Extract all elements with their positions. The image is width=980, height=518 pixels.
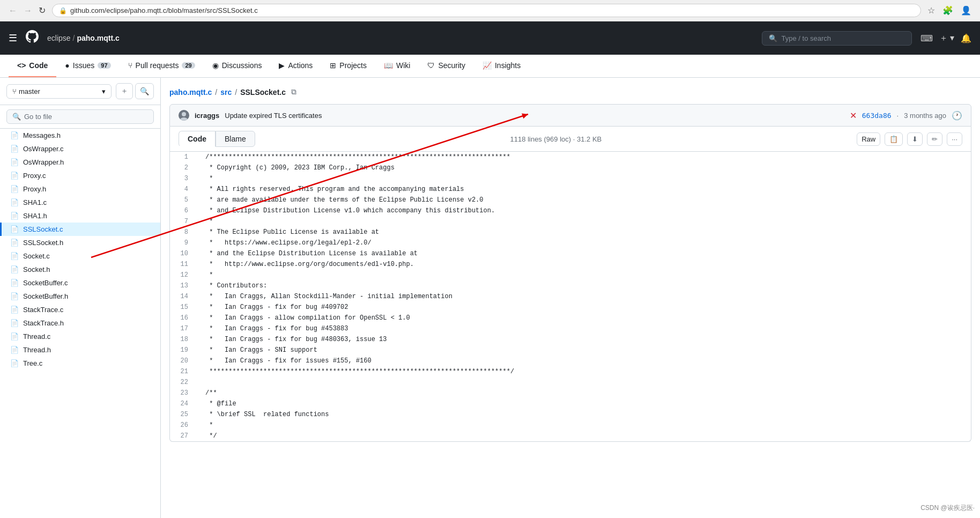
file-item[interactable]: 📄Tree.c xyxy=(0,357,160,370)
code-line[interactable]: 23/** xyxy=(170,388,971,398)
branch-bar: ⑂ master ▾ ＋ 🔍 xyxy=(0,78,160,105)
file-item[interactable]: 📄Socket.c xyxy=(0,249,160,263)
file-item[interactable]: 📄Proxy.h xyxy=(0,182,160,196)
breadcrumb-folder[interactable]: src xyxy=(220,88,232,97)
file-item[interactable]: 📄Thread.h xyxy=(0,343,160,357)
line-content: /***************************************… xyxy=(197,152,519,162)
add-file-button[interactable]: ＋ xyxy=(116,83,133,99)
code-line[interactable]: 8 * The Eclipse Public License is availa… xyxy=(170,227,971,238)
file-list: 📄Messages.h📄OsWrapper.c📄OsWrapper.h📄Prox… xyxy=(0,129,160,518)
raw-button[interactable]: Raw xyxy=(857,132,880,146)
code-line[interactable]: 19 * Ian Craggs - SNI support xyxy=(170,345,971,356)
repo-name[interactable]: paho.mqtt.c xyxy=(77,34,119,42)
file-item[interactable]: 📄SHA1.h xyxy=(0,209,160,223)
hamburger-menu[interactable]: ☰ xyxy=(9,32,17,44)
code-line[interactable]: 17 * Ian Craggs - fix for bug #453883 xyxy=(170,323,971,334)
commit-hash[interactable]: 663da86 xyxy=(862,112,892,120)
file-item[interactable]: 📄Socket.h xyxy=(0,263,160,276)
file-item[interactable]: 📄SocketBuffer.h xyxy=(0,290,160,303)
nav-security[interactable]: 🛡 Security xyxy=(419,55,474,77)
profile-icon[interactable]: 👤 xyxy=(959,3,974,18)
code-line[interactable]: 10 * and the Eclipse Distribution Licens… xyxy=(170,248,971,259)
code-line[interactable]: 26 * xyxy=(170,420,971,431)
line-content: * xyxy=(197,420,221,431)
commit-history-button[interactable]: 🕐 xyxy=(952,110,962,121)
code-line[interactable]: 27 */ xyxy=(170,431,971,441)
line-content: * The Eclipse Public License is availabl… xyxy=(197,227,388,238)
line-content: * Ian Craggs - fix for bug #480363, issu… xyxy=(197,334,395,345)
go-to-file-input[interactable]: 🔍 Go to file xyxy=(6,109,154,124)
file-item[interactable]: 📄StackTrace.h xyxy=(0,316,160,330)
code-line[interactable]: 12 * xyxy=(170,270,971,280)
code-line[interactable]: 7 * xyxy=(170,216,971,227)
code-line[interactable]: 24 * @file xyxy=(170,398,971,409)
file-item[interactable]: 📄SocketBuffer.c xyxy=(0,276,160,290)
download-button[interactable]: ⬇ xyxy=(907,132,923,146)
reload-button[interactable]: ↻ xyxy=(36,3,48,18)
watermark: CSDN @诶疾忌医· xyxy=(920,504,975,513)
forward-button[interactable]: → xyxy=(21,3,34,18)
nav-insights[interactable]: 📈 Insights xyxy=(474,55,529,77)
code-line[interactable]: 20 * Ian Craggs - fix for issues #155, #… xyxy=(170,356,971,366)
code-line[interactable]: 14 * Ian Craggs, Allan Stockdill-Mander … xyxy=(170,291,971,302)
commit-close-button[interactable]: ✕ xyxy=(850,110,857,121)
edit-button[interactable]: ✏ xyxy=(927,132,942,146)
code-line[interactable]: 3 * xyxy=(170,173,971,184)
nav-actions[interactable]: ▶ Actions xyxy=(270,55,321,77)
nav-discussions[interactable]: ◉ Discussions xyxy=(204,55,271,77)
breadcrumb-repo[interactable]: paho.mqtt.c xyxy=(169,88,212,97)
copy-path-button[interactable]: ⧉ xyxy=(289,86,299,98)
file-item[interactable]: 📄SSLSocket.c xyxy=(0,223,160,236)
tab-code[interactable]: Code xyxy=(179,131,216,147)
commit-author[interactable]: icraggs xyxy=(195,112,219,120)
branch-name: master xyxy=(19,87,40,95)
search-bar[interactable]: 🔍 Type / to search xyxy=(762,31,912,46)
tab-blame[interactable]: Blame xyxy=(216,131,255,147)
file-item[interactable]: 📄Messages.h xyxy=(0,129,160,142)
address-bar[interactable]: 🔒 github.com/eclipse/paho.mqtt.c/blob/ma… xyxy=(52,4,921,17)
nav-code[interactable]: <> Code xyxy=(9,55,56,77)
nav-projects[interactable]: ⊞ Projects xyxy=(321,55,375,77)
code-line[interactable]: 9 * https://www.eclipse.org/legal/epl-2.… xyxy=(170,238,971,248)
line-number: 11 xyxy=(170,259,197,270)
back-button[interactable]: ← xyxy=(6,3,19,18)
github-logo[interactable] xyxy=(26,30,39,46)
extension-icon[interactable]: 🧩 xyxy=(940,3,955,18)
code-line[interactable]: 1/**************************************… xyxy=(170,152,971,162)
code-line[interactable]: 11 * http://www.eclipse.org/org/document… xyxy=(170,259,971,270)
branch-selector[interactable]: ⑂ master ▾ xyxy=(6,84,112,99)
file-item[interactable]: 📄Proxy.c xyxy=(0,169,160,182)
nav-wiki[interactable]: 📖 Wiki xyxy=(375,55,419,77)
code-line[interactable]: 15 * Ian Craggs - fix for bug #409702 xyxy=(170,302,971,313)
file-item[interactable]: 📄SSLSocket.h xyxy=(0,236,160,249)
nav-pull-requests[interactable]: ⑂ Pull requests 29 xyxy=(120,55,204,77)
nav-issues[interactable]: ● Issues 97 xyxy=(56,55,119,77)
file-item[interactable]: 📄OsWrapper.c xyxy=(0,142,160,156)
code-line[interactable]: 2 * Copyright (c) 2009, 2023 IBM Corp., … xyxy=(170,162,971,173)
line-number: 14 xyxy=(170,291,197,302)
copy-button[interactable]: 📋 xyxy=(885,132,903,146)
bookmark-icon[interactable]: ☆ xyxy=(925,3,937,18)
terminal-icon[interactable]: ⌨ xyxy=(920,33,933,43)
line-content: * Ian Craggs - fix for bug #409702 xyxy=(197,302,357,313)
url-text: github.com/eclipse/paho.mqtt.c/blob/mast… xyxy=(70,6,258,14)
code-line[interactable]: 18 * Ian Craggs - fix for bug #480363, i… xyxy=(170,334,971,345)
file-item[interactable]: 📄StackTrace.c xyxy=(0,303,160,316)
plus-icon[interactable]: ＋ ▾ xyxy=(939,33,954,44)
code-line[interactable]: 22 xyxy=(170,377,971,388)
code-line[interactable]: 25 * \brief SSL related functions xyxy=(170,409,971,420)
code-line[interactable]: 21 *************************************… xyxy=(170,366,971,377)
more-button[interactable]: ··· xyxy=(947,132,962,146)
line-content: * and Eclipse Distribution License v1.0 … xyxy=(197,205,503,216)
code-line[interactable]: 6 * and Eclipse Distribution License v1.… xyxy=(170,205,971,216)
file-item[interactable]: 📄OsWrapper.h xyxy=(0,156,160,169)
code-line[interactable]: 16 * Ian Craggs - allow compilation for … xyxy=(170,313,971,323)
file-item[interactable]: 📄Thread.c xyxy=(0,330,160,343)
code-line[interactable]: 5 * are made available under the terms o… xyxy=(170,195,971,205)
file-item[interactable]: 📄SHA1.c xyxy=(0,196,160,209)
search-files-button[interactable]: 🔍 xyxy=(135,83,154,99)
code-line[interactable]: 13 * Contributors: xyxy=(170,280,971,291)
notification-icon[interactable]: 🔔 xyxy=(961,33,971,43)
org-link[interactable]: eclipse xyxy=(47,34,71,42)
code-line[interactable]: 4 * All rights reserved. This program an… xyxy=(170,184,971,195)
